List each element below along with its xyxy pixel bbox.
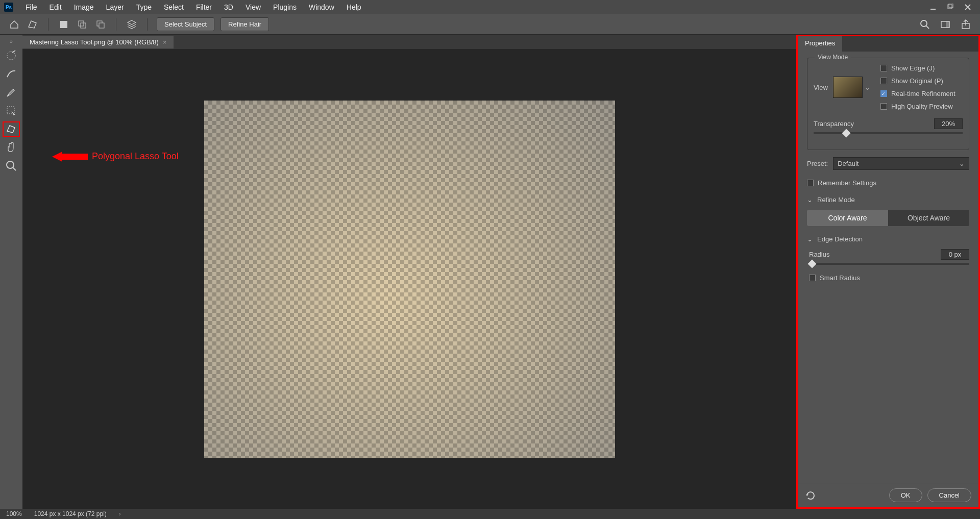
checkbox-icon (807, 180, 814, 186)
realtime-refinement-checkbox[interactable]: ✓ Real-time Refinement (880, 90, 955, 97)
svg-rect-5 (81, 23, 86, 28)
menu-select[interactable]: Select (158, 1, 190, 13)
view-dropdown-icon[interactable]: ⌄ (865, 84, 870, 91)
menu-view[interactable]: View (239, 1, 267, 13)
checkbox-icon (880, 65, 887, 71)
canvas-image (204, 101, 615, 458)
menu-file[interactable]: File (19, 1, 43, 13)
options-bar: Select Subject Refine Hair (0, 14, 980, 35)
view-mode-title: View Mode (815, 54, 851, 61)
transparency-label: Transparency (814, 120, 854, 128)
minimize-button[interactable] (929, 3, 937, 11)
menu-edit[interactable]: Edit (43, 1, 68, 13)
zoom-level[interactable]: 100% (6, 510, 22, 517)
divider (48, 18, 48, 31)
ok-button[interactable]: OK (889, 488, 922, 502)
menu-type[interactable]: Type (130, 1, 158, 13)
refine-mode-header[interactable]: ⌄ Refine Mode (807, 196, 969, 204)
panel-footer: OK Cancel (798, 483, 978, 507)
expand-toolbar-icon[interactable]: » (0, 38, 22, 45)
divider (116, 18, 116, 31)
svg-point-8 (921, 20, 927, 27)
edge-detection-header[interactable]: ⌄ Edge Detection (807, 235, 969, 243)
menu-3d[interactable]: 3D (218, 1, 239, 13)
document-tab[interactable]: Mastering Lasso Tool.png @ 100% (RGB/8) … (22, 36, 174, 48)
svg-rect-3 (60, 21, 67, 28)
search-icon[interactable] (919, 18, 931, 31)
menu-filter[interactable]: Filter (190, 1, 218, 13)
preset-select[interactable]: Default ⌄ (833, 157, 969, 170)
main-area: » Mastering Lasso Tool.png @ 100% (RGB/8… (0, 35, 980, 509)
arrow-icon (52, 152, 88, 162)
svg-rect-10 (946, 21, 949, 28)
menu-help[interactable]: Help (340, 1, 368, 13)
reset-icon[interactable] (805, 490, 816, 501)
show-original-label: Show Original (P) (891, 77, 943, 85)
image-overlay (204, 101, 615, 458)
show-edge-checkbox[interactable]: Show Edge (J) (880, 64, 955, 72)
brush-tool[interactable] (3, 85, 20, 100)
menu-plugins[interactable]: Plugins (267, 1, 303, 13)
menu-image[interactable]: Image (68, 1, 100, 13)
zoom-tool[interactable] (3, 158, 20, 174)
canvas-viewport[interactable] (22, 49, 796, 509)
radius-value[interactable]: 0 px (941, 249, 969, 260)
slider-thumb-icon[interactable] (842, 129, 851, 138)
object-select-tool[interactable] (3, 103, 20, 118)
sample-layers-icon[interactable] (126, 18, 138, 31)
select-subject-button[interactable]: Select Subject (157, 17, 214, 31)
tools-panel: » (0, 35, 22, 509)
transparency-slider[interactable] (814, 132, 963, 134)
refine-mode-toggle: Color Aware Object Aware (807, 210, 969, 226)
quick-select-brush-tool[interactable] (3, 48, 20, 63)
preset-label: Preset: (807, 160, 828, 167)
view-label: View (814, 84, 828, 91)
ps-logo: Ps (4, 3, 13, 12)
selection-subtract-icon[interactable] (94, 18, 107, 31)
share-icon[interactable] (960, 18, 972, 31)
object-aware-button[interactable]: Object Aware (888, 210, 969, 226)
selection-add-icon[interactable] (76, 18, 88, 31)
refine-hair-button[interactable]: Refine Hair (220, 17, 269, 31)
view-mode-group: View Mode View ⌄ Show Edge (J) (807, 58, 969, 150)
svg-rect-13 (7, 107, 14, 114)
color-aware-button[interactable]: Color Aware (807, 210, 888, 226)
refine-brush-tool[interactable] (3, 66, 20, 82)
transparency-value[interactable]: 20% (934, 118, 963, 129)
menu-layer[interactable]: Layer (100, 1, 130, 13)
hq-preview-checkbox[interactable]: High Quality Preview (880, 103, 955, 110)
show-edge-label: Show Edge (J) (891, 64, 935, 72)
workspace-icon[interactable] (939, 18, 951, 31)
maximize-button[interactable] (946, 3, 954, 11)
realtime-label: Real-time Refinement (891, 90, 955, 97)
chevron-down-icon: ⌄ (807, 196, 812, 204)
show-original-checkbox[interactable]: Show Original (P) (880, 77, 955, 85)
checkbox-icon (880, 103, 887, 110)
home-icon[interactable] (8, 18, 20, 31)
smart-radius-checkbox[interactable]: Smart Radius (809, 274, 969, 282)
smart-radius-label: Smart Radius (820, 274, 860, 282)
hand-tool[interactable] (3, 140, 20, 155)
polygonal-lasso-icon[interactable] (27, 18, 39, 31)
document-tab-title: Mastering Lasso Tool.png @ 100% (RGB/8) (30, 38, 159, 46)
polygonal-lasso-tool[interactable] (3, 121, 20, 137)
svg-point-14 (7, 161, 14, 168)
svg-rect-4 (79, 21, 84, 26)
panel-tabs: Properties (798, 36, 978, 52)
status-chevron-icon[interactable]: › (119, 510, 121, 517)
menu-bar: Ps File Edit Image Layer Type Select Fil… (0, 0, 980, 14)
slider-thumb-icon[interactable] (808, 260, 817, 268)
radius-slider[interactable] (809, 263, 969, 265)
remember-settings-checkbox[interactable]: Remember Settings (807, 179, 969, 187)
close-button[interactable] (964, 3, 972, 11)
checkbox-icon (880, 78, 887, 84)
svg-rect-7 (99, 23, 104, 28)
menu-window[interactable]: Window (303, 1, 340, 13)
selection-new-icon[interactable] (58, 18, 70, 31)
callout-annotation: Polygonal Lasso Tool (52, 151, 179, 162)
annotation-label: Polygonal Lasso Tool (92, 151, 179, 162)
cancel-button[interactable]: Cancel (927, 488, 971, 502)
close-tab-icon[interactable]: × (163, 38, 167, 46)
view-thumbnail[interactable] (833, 77, 863, 98)
properties-tab[interactable]: Properties (798, 36, 842, 52)
